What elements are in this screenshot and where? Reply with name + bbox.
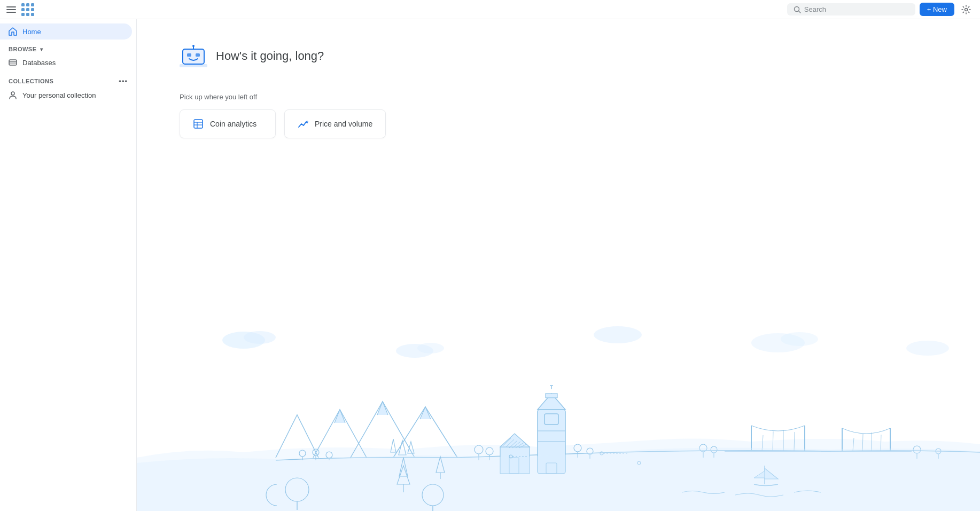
svg-point-30: [417, 343, 444, 353]
svg-point-11: [965, 8, 968, 11]
collections-section-label: COLLECTIONS •••: [0, 70, 136, 87]
content-panel: How's it going, long? Pick up where you …: [137, 19, 980, 138]
top-header: Search + New: [0, 0, 980, 19]
svg-rect-0: [21, 3, 25, 6]
svg-rect-8: [31, 13, 34, 16]
collections-more-button[interactable]: •••: [119, 77, 128, 85]
table-icon: [193, 119, 204, 129]
svg-point-28: [244, 331, 276, 344]
greeting-robot-icon: [180, 45, 207, 67]
svg-rect-7: [26, 13, 29, 16]
new-button[interactable]: + New: [920, 3, 954, 16]
browse-label-container[interactable]: BROWSE ▾: [9, 46, 43, 52]
home-icon: [9, 27, 17, 36]
svg-rect-17: [187, 53, 191, 57]
main-layout: Home BROWSE ▾ Databases COLLECTIONS •••: [0, 19, 980, 511]
svg-rect-1: [26, 3, 29, 6]
svg-rect-5: [31, 8, 34, 11]
sidebar-databases-label: Databases: [22, 59, 56, 67]
search-label: Search: [804, 5, 826, 13]
database-icon: [9, 58, 17, 67]
svg-rect-21: [180, 64, 207, 67]
svg-point-31: [594, 326, 642, 343]
svg-rect-46: [546, 394, 557, 398]
svg-rect-6: [21, 13, 25, 16]
svg-point-15: [11, 92, 14, 95]
svg-rect-2: [31, 3, 34, 6]
card-price-and-volume[interactable]: Price and volume: [284, 109, 386, 138]
greeting-text: How's it going, long?: [216, 49, 324, 63]
header-right: Search + New: [787, 2, 974, 17]
background-illustration: [137, 308, 980, 511]
greeting-area: How's it going, long?: [180, 45, 937, 67]
svg-rect-18: [196, 53, 200, 57]
svg-point-20: [192, 45, 195, 47]
card-price-volume-label: Price and volume: [315, 120, 372, 128]
sidebar-item-home[interactable]: Home: [0, 23, 132, 40]
sidebar-personal-label: Your personal collection: [22, 91, 96, 99]
cards-row: Coin analytics Price and volume: [180, 109, 937, 138]
svg-point-33: [781, 332, 818, 346]
settings-icon[interactable]: [959, 2, 974, 17]
sidebar: Home BROWSE ▾ Databases COLLECTIONS •••: [0, 19, 137, 511]
svg-rect-16: [183, 49, 204, 64]
sidebar-home-label: Home: [22, 28, 41, 36]
section-title: Pick up where you left off: [180, 93, 937, 101]
sidebar-item-databases[interactable]: Databases: [0, 54, 132, 70]
person-icon: [9, 91, 17, 99]
search-icon: [794, 6, 801, 13]
sidebar-item-personal-collection[interactable]: Your personal collection: [0, 87, 132, 103]
menu-icon[interactable]: [6, 5, 16, 14]
svg-line-10: [798, 11, 800, 13]
svg-point-34: [906, 341, 949, 356]
search-bar[interactable]: Search: [787, 3, 915, 15]
app-logo: [20, 2, 35, 17]
svg-rect-12: [9, 60, 17, 65]
chart-icon: [298, 119, 308, 129]
card-coin-analytics[interactable]: Coin analytics: [180, 109, 276, 138]
main-content-area: How's it going, long? Pick up where you …: [137, 19, 980, 511]
svg-rect-4: [26, 8, 29, 11]
svg-rect-3: [21, 8, 25, 11]
header-left: [6, 2, 35, 17]
browse-section-label: BROWSE ▾: [0, 40, 136, 54]
svg-point-26: [306, 121, 308, 123]
svg-rect-22: [194, 120, 203, 128]
card-coin-analytics-label: Coin analytics: [210, 120, 256, 128]
